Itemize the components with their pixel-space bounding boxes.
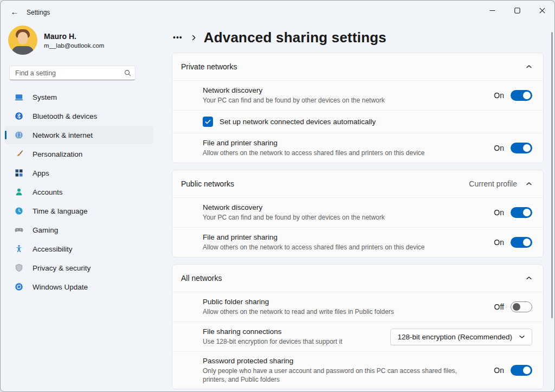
checkbox-set-up-network-connected-devices-automatically[interactable] [203, 117, 213, 127]
setting-description: Allow others on the network to access sh… [203, 243, 474, 252]
setting-description: Allow others on the network to access sh… [203, 149, 474, 157]
section-header-private-networks[interactable]: Private networks [172, 53, 543, 80]
setting-description: Only people who have a user account and … [203, 367, 474, 384]
toggle-file-and-printer-sharing[interactable] [511, 237, 532, 248]
sidebar-item-label: Time & language [33, 207, 88, 215]
accessibility-icon [15, 245, 23, 253]
personalization-icon [15, 150, 23, 158]
sidebar-item-time-language[interactable]: Time & language [5, 202, 153, 220]
toggle-knob [513, 303, 520, 311]
setting-description: Your PC can find and be found by other d… [203, 213, 474, 222]
setting-title: Password protected sharing [203, 357, 494, 365]
toggle-state-label: On [494, 208, 504, 217]
selection-indicator [5, 131, 7, 139]
setting-row-set-up-network-connected-devices-automatically: Set up network connected devices automat… [172, 110, 543, 133]
setting-row-file-sharing-connections: File sharing connectionsUse 128-bit encr… [172, 322, 543, 351]
dropdown-file-sharing-connections[interactable]: 128-bit encryption (Recommended) [390, 329, 532, 345]
setting-description: Use 128-bit encryption for devices that … [203, 337, 390, 346]
toggle-knob [523, 92, 531, 99]
scrollbar[interactable] [551, 32, 553, 318]
privacy-security-icon [15, 264, 23, 272]
sidebar-item-label: Personalization [33, 150, 82, 158]
sidebar-item-label: Accessibility [33, 245, 73, 253]
sidebar-item-label: Bluetooth & devices [33, 112, 97, 120]
section-header-public-networks[interactable]: Public networksCurrent profile [172, 170, 543, 197]
setting-title: Network discovery [203, 86, 494, 94]
window-controls [480, 1, 554, 20]
toggle-state-label: On [494, 366, 504, 375]
app-title: Settings [27, 9, 50, 16]
sidebar-item-label: Gaming [33, 226, 58, 234]
section-title: Public networks [181, 179, 469, 188]
apps-icon [15, 169, 23, 177]
main-content: ••• Advanced sharing settings Private ne… [172, 22, 544, 391]
sidebar-item-label: Network & internet [33, 131, 93, 139]
toggle-file-and-printer-sharing[interactable] [511, 143, 532, 153]
back-button[interactable]: ← [7, 6, 22, 18]
chevron-down-icon [519, 333, 525, 340]
setting-row-password-protected-sharing: Password protected sharingOnly people wh… [172, 351, 543, 389]
setting-title: File and printer sharing [203, 139, 494, 147]
sidebar: Mauro H. m__lab@outlook.com SystemBlueto… [1, 22, 158, 391]
sidebar-item-apps[interactable]: Apps [5, 164, 153, 182]
sidebar-item-windows-update[interactable]: Windows Update [5, 278, 153, 296]
sidebar-item-label: Accounts [33, 188, 63, 196]
titlebar: ← Settings [1, 1, 554, 22]
setting-title: Public folder sharing [203, 298, 494, 306]
section-card-public-networks: Public networksCurrent profileNetwork di… [172, 170, 544, 258]
sidebar-item-accessibility[interactable]: Accessibility [5, 240, 153, 258]
setting-title: File sharing connections [203, 327, 390, 336]
setting-description: Your PC can find and be found by other d… [203, 96, 474, 105]
chevron-up-icon [526, 181, 532, 187]
search-box [9, 66, 135, 80]
toggle-knob [523, 144, 531, 152]
search-icon [124, 69, 132, 77]
toggle-knob [523, 239, 531, 246]
toggle-knob [523, 367, 531, 374]
settings-window: ← Settings Mauro H. m__lab@outlook.com [0, 0, 555, 392]
gaming-icon [15, 226, 23, 234]
sidebar-item-label: Apps [33, 169, 49, 177]
section-card-all-networks: All networksPublic folder sharingAllow o… [172, 264, 544, 389]
setting-row-file-and-printer-sharing: File and printer sharingAllow others on … [172, 227, 543, 257]
network-icon [15, 131, 23, 139]
profile-card: Mauro H. m__lab@outlook.com [8, 25, 158, 55]
sidebar-item-label: Windows Update [33, 283, 88, 291]
toggle-state-label: On [494, 144, 504, 152]
breadcrumb-ellipsis-button[interactable]: ••• [172, 32, 184, 43]
setting-row-file-and-printer-sharing: File and printer sharingAllow others on … [172, 133, 543, 163]
toggle-network-discovery[interactable] [511, 90, 532, 101]
time-language-icon [15, 207, 23, 215]
sidebar-item-accounts[interactable]: Accounts [5, 183, 153, 201]
setting-description: Allow others on the network to read and … [203, 307, 474, 316]
toggle-password-protected-sharing[interactable] [511, 365, 532, 376]
accounts-icon [15, 188, 23, 196]
section-header-all-networks[interactable]: All networks [172, 265, 543, 292]
sidebar-item-system[interactable]: System [5, 88, 153, 106]
setting-row-public-folder-sharing: Public folder sharingAllow others on the… [172, 292, 543, 322]
settings-sections: Private networksNetwork discoveryYour PC… [172, 53, 544, 389]
sidebar-item-network-internet[interactable]: Network & internet [5, 126, 153, 144]
toggle-public-folder-sharing[interactable] [511, 301, 532, 312]
breadcrumb: ••• Advanced sharing settings [172, 22, 544, 53]
section-title: Private networks [181, 62, 526, 71]
toggle-network-discovery[interactable] [511, 207, 532, 218]
setting-row-network-discovery: Network discoveryYour PC can find and be… [172, 197, 543, 227]
search-input[interactable] [9, 66, 135, 80]
maximize-button[interactable] [505, 1, 530, 20]
chevron-up-icon [526, 63, 532, 70]
sidebar-item-bluetooth-devices[interactable]: Bluetooth & devices [5, 107, 153, 125]
maximize-icon [514, 8, 520, 14]
system-icon [15, 93, 23, 101]
checkbox-label: Set up network connected devices automat… [220, 118, 376, 126]
close-button[interactable] [530, 1, 554, 20]
section-badge: Current profile [469, 179, 517, 188]
minimize-button[interactable] [480, 1, 505, 20]
sidebar-item-gaming[interactable]: Gaming [5, 221, 153, 239]
profile-name: Mauro H. [44, 32, 104, 41]
sidebar-item-privacy-security[interactable]: Privacy & security [5, 259, 153, 277]
dropdown-value: 128-bit encryption (Recommended) [397, 333, 512, 341]
sidebar-item-personalization[interactable]: Personalization [5, 145, 153, 163]
windows-update-icon [15, 282, 23, 291]
setting-title: File and printer sharing [203, 233, 494, 241]
